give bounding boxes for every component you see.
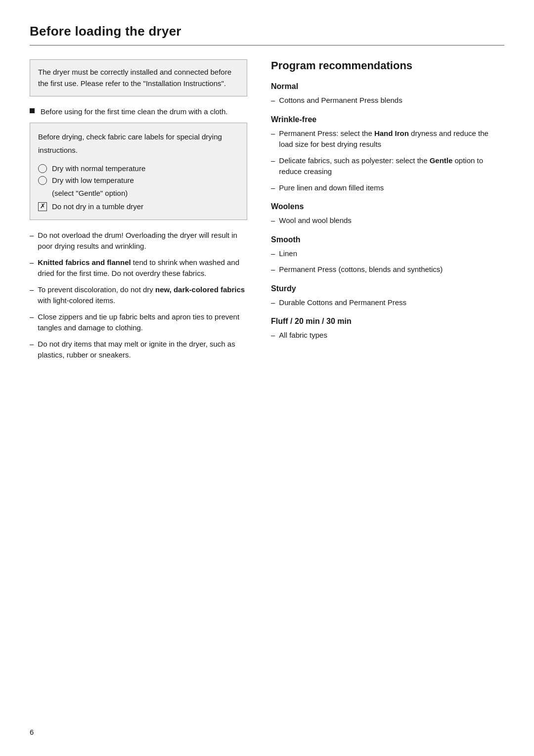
dash-symbol-2: –	[30, 257, 34, 268]
gentle-bold: Gentle	[430, 156, 453, 165]
smooth-item-2: – Permanent Press (cottons, blends and s…	[271, 264, 504, 275]
dash-item-discoloration: – To prevent discoloration, do not dry n…	[30, 284, 247, 307]
normal-item-1-text: Cottons and Permanent Press blends	[279, 95, 504, 106]
normal-temp-icon	[38, 164, 47, 173]
top-divider	[30, 45, 504, 45]
section-heading-normal: Normal	[271, 82, 504, 91]
woolens-item-1-text: Wool and wool blends	[279, 215, 504, 226]
knitted-bold: Knitted fabrics and flannel	[38, 258, 131, 267]
dash-symbol-3: –	[30, 284, 34, 296]
right-column: Program recommendations Normal – Cottons…	[271, 59, 504, 346]
dash-item-knitted: – Knitted fabrics and flannel tend to sh…	[30, 257, 247, 279]
dash-w1: –	[271, 128, 275, 139]
fabric-icon-row-3: ✗ Do not dry in a tumble dryer	[38, 201, 239, 213]
dash-w2: –	[271, 155, 275, 167]
dash-item-discoloration-text: To prevent discoloration, do not dry new…	[38, 284, 247, 307]
fabric-icon2-sub-text: (select "Gentle" option)	[52, 189, 128, 197]
section-heading-wrinkle-free: Wrinkle-free	[271, 115, 504, 124]
fabric-icon-row-1: Dry with normal temperature	[38, 163, 239, 175]
sturdy-item-1-text: Durable Cottons and Permanent Press	[279, 297, 504, 309]
smooth-item-2-text: Permanent Press (cottons, blends and syn…	[279, 264, 504, 275]
page-title: Before loading the dryer	[30, 24, 504, 39]
dash-w3: –	[271, 182, 275, 194]
fabric-care-intro-text: Before drying, check fabric care labels …	[38, 133, 222, 154]
sturdy-item-1: – Durable Cottons and Permanent Press	[271, 297, 504, 309]
wrinkle-item-1: – Permanent Press: select the Hand Iron …	[271, 128, 504, 150]
dash-item-zippers-text: Close zippers and tie up fabric belts an…	[38, 311, 247, 334]
dash-st1: –	[271, 297, 275, 309]
no-tumble-icon: ✗	[38, 202, 47, 211]
hand-iron-bold: Hand Iron	[374, 129, 409, 137]
smooth-item-1: – Linen	[271, 248, 504, 260]
section-heading-fluff: Fluff / 20 min / 30 min	[271, 317, 504, 326]
dash-item-overload-text: Do not overload the drum! Overloading th…	[38, 230, 247, 252]
section-heading-woolens: Woolens	[271, 202, 504, 211]
dash-symbol: –	[30, 230, 34, 241]
installation-info-box: The dryer must be correctly installed an…	[30, 59, 247, 96]
installation-info-text: The dryer must be correctly installed an…	[38, 68, 231, 88]
wrinkle-item-3: – Pure linen and down filled items	[271, 182, 504, 194]
low-temp-icon	[38, 176, 47, 185]
wrinkle-item-1-text: Permanent Press: select the Hand Iron dr…	[279, 128, 504, 150]
wrinkle-item-3-text: Pure linen and down filled items	[279, 182, 504, 194]
dash-sm1: –	[271, 248, 275, 260]
wrinkle-item-2-text: Delicate fabrics, such as polyester: sel…	[279, 155, 504, 178]
dash-wo1: –	[271, 215, 275, 226]
fabric-icon3-text: Do not dry in a tumble dryer	[52, 201, 143, 213]
dash-item-overload: – Do not overload the drum! Overloading …	[30, 230, 247, 252]
dash-item-knitted-text: Knitted fabrics and flannel tend to shri…	[38, 257, 247, 279]
section-heading-sturdy: Sturdy	[271, 284, 504, 293]
woolens-item-1: – Wool and wool blends	[271, 215, 504, 226]
page-number: 6	[30, 728, 34, 736]
main-layout: The dryer must be correctly installed an…	[30, 59, 504, 366]
bullet-item-clean-drum: Before using for the first time clean th…	[30, 106, 247, 118]
left-column: The dryer must be correctly installed an…	[30, 59, 247, 366]
fabric-icon-row-2: Dry with low temperature	[38, 175, 239, 186]
section-heading-smooth: Smooth	[271, 235, 504, 244]
dash-item-melt-text: Do not dry items that may melt or ignite…	[38, 339, 247, 361]
dash-item-melt: – Do not dry items that may melt or igni…	[30, 339, 247, 361]
bullet-square-icon	[30, 108, 35, 113]
fabric-care-intro: Before drying, check fabric care labels …	[38, 130, 239, 157]
wrinkle-item-2: – Delicate fabrics, such as polyester: s…	[271, 155, 504, 178]
fluff-item-1-text: All fabric types	[279, 330, 504, 341]
fluff-item-1: – All fabric types	[271, 330, 504, 341]
dash-item-zippers: – Close zippers and tie up fabric belts …	[30, 311, 247, 334]
normal-item-1: – Cottons and Permanent Press blends	[271, 95, 504, 106]
fabric-icon2-text: Dry with low temperature	[52, 175, 134, 186]
dark-fabrics-bold: new, dark-colored fabrics	[155, 285, 245, 294]
dash-symbol-4: –	[30, 311, 34, 323]
dash-sm2: –	[271, 264, 275, 275]
dash-fl1: –	[271, 330, 275, 341]
smooth-item-1-text: Linen	[279, 248, 504, 260]
fabric-icon2-sub-row: (select "Gentle" option)	[38, 186, 239, 200]
fabric-care-box: Before drying, check fabric care labels …	[30, 123, 247, 220]
bullet-item-text: Before using for the first time clean th…	[41, 106, 228, 118]
fabric-icon1-text: Dry with normal temperature	[52, 163, 145, 175]
dash-n1: –	[271, 95, 275, 106]
program-recommendations-title: Program recommendations	[271, 59, 504, 72]
dash-symbol-5: –	[30, 339, 34, 350]
